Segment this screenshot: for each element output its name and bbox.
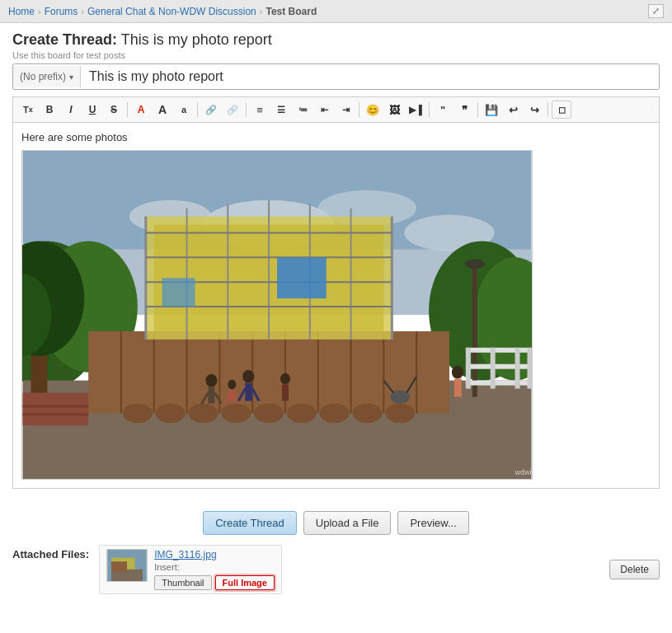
editor-area[interactable]: Here are some photos [12,122,660,489]
action-row: Create Thread Upload a File Preview... [0,501,672,545]
toolbar-image[interactable]: 🖼 [384,101,404,119]
page-subtitle: Use this board for test posts [12,50,660,60]
svg-rect-49 [472,265,477,396]
main-content: (No prefix) ▾ Tx B I U S A A a 🔗 🔗 ≡ ☰ ≔… [0,63,672,501]
svg-point-28 [320,403,350,423]
svg-point-26 [254,403,284,423]
attached-files-inner: IMG_3116.jpg Insert: Thumbnail Full Imag… [99,545,660,594]
attached-files-label: Attached Files: [12,545,89,560]
toolbar-decrease-indent[interactable]: ⇤ [314,101,334,119]
svg-rect-51 [466,348,532,353]
thread-title-row: (No prefix) ▾ [12,63,660,90]
file-attachment: IMG_3116.jpg Insert: Thumbnail Full Imag… [99,545,282,594]
delete-attachment-btn[interactable]: Delete [609,560,660,579]
svg-rect-79 [23,413,89,415]
file-info: IMG_3116.jpg Insert: Thumbnail Full Imag… [154,549,275,590]
toolbar-bullet-list[interactable]: ☰ [271,101,291,119]
toolbar-numbered-list[interactable]: ≔ [293,101,313,119]
svg-text:wdwinfo: wdwinfo [515,468,533,476]
toolbar-font-family[interactable]: a [174,101,194,119]
toolbar-quote[interactable]: " [433,101,453,119]
svg-rect-63 [228,390,235,402]
prefix-label: (No prefix) [20,71,66,82]
toolbar-strikethrough[interactable]: S [104,101,124,119]
file-insert-buttons: Thumbnail Full Image [154,575,275,590]
toolbar-unlink[interactable]: 🔗 [223,101,242,119]
prefix-dropdown-arrow: ▾ [69,73,73,82]
create-thread-button[interactable]: Create Thread [203,511,297,535]
svg-point-25 [221,403,251,423]
svg-point-27 [287,403,317,423]
editor-photo: wdwinfo [21,150,533,480]
svg-rect-67 [245,383,252,401]
attached-files-row: Attached Files: IMG_3116.jpg Insert: [12,545,660,594]
breadcrumb-test-board: Test Board [266,6,317,17]
toolbar-redo[interactable]: ↪ [524,101,544,119]
toolbar-sep-7 [547,102,548,117]
toolbar-media[interactable]: ▶▐ [406,101,425,119]
toolbar-sep-3 [246,102,247,117]
thumbnail-insert-btn[interactable]: Thumbnail [154,575,211,590]
breadcrumb-sep-1: › [38,7,41,16]
svg-point-66 [242,370,254,383]
svg-rect-73 [454,379,462,397]
toolbar-sep-4 [359,102,359,117]
svg-rect-52 [466,364,532,369]
toolbar-increase-indent[interactable]: ⇥ [336,101,355,119]
svg-rect-44 [277,257,327,298]
breadcrumb-home[interactable]: Home [8,6,35,17]
full-image-insert-btn[interactable]: Full Image [215,575,275,590]
attached-files-section: Attached Files: IMG_3116.jpg Insert: [0,545,672,607]
file-insert-label: Insert: [154,562,275,572]
svg-rect-57 [527,348,532,389]
svg-rect-54 [466,348,471,389]
editor-toolbar: Tx B I U S A A a 🔗 🔗 ≡ ☰ ≔ ⇤ ⇥ 😊 🖼 ▶▐ " … [12,96,660,122]
toolbar-font-size[interactable]: A [153,101,172,119]
svg-point-70 [280,373,290,385]
svg-point-22 [123,403,153,423]
toolbar-emoji[interactable]: 😊 [363,101,383,119]
svg-rect-77 [23,393,89,426]
toolbar-sep-6 [477,102,478,117]
toolbar-undo[interactable]: ↩ [503,101,523,119]
toolbar-save[interactable]: 💾 [482,101,501,119]
toolbar-remove-format[interactable]: Tx [18,101,38,119]
breadcrumb-forums[interactable]: Forums [45,6,78,17]
toolbar-bold[interactable]: B [40,101,59,119]
page-title-text: This is my photo report [121,31,272,48]
breadcrumb-sep-2: › [81,7,84,16]
svg-rect-55 [491,348,496,389]
toolbar-sep-1 [127,102,128,117]
svg-point-23 [156,403,186,423]
toolbar-align[interactable]: ≡ [250,101,270,119]
svg-point-58 [205,374,217,387]
editor-body-text: Here are some photos [21,131,651,143]
prefix-select[interactable]: (No prefix) ▾ [13,66,81,87]
toolbar-font-color[interactable]: A [131,101,151,119]
preview-button[interactable]: Preview... [397,511,468,535]
svg-point-29 [353,403,383,423]
svg-point-24 [189,403,219,423]
toolbar-source[interactable]: ◻ [552,101,571,119]
toolbar-italic[interactable]: I [61,101,81,119]
upload-file-button[interactable]: Upload a File [303,511,392,535]
page-title-prefix: Create Thread: [12,31,117,48]
toolbar-blockquote[interactable]: ❞ [454,101,474,119]
breadcrumb-expand-btn[interactable]: ⤢ [648,4,664,18]
thread-title-input[interactable] [81,64,659,89]
svg-point-30 [385,403,415,423]
svg-rect-53 [466,381,532,386]
page-wrapper: Home › Forums › General Chat & Non-WDW D… [0,0,672,633]
toolbar-sep-2 [197,102,198,117]
page-title-area: Create Thread: This is my photo report U… [0,23,672,63]
svg-rect-78 [23,405,89,407]
svg-rect-45 [162,278,195,307]
svg-rect-71 [282,385,289,401]
toolbar-underline[interactable]: U [82,101,102,119]
svg-point-50 [465,259,485,269]
file-name[interactable]: IMG_3116.jpg [154,549,275,560]
file-thumb [106,549,148,582]
breadcrumb-general-chat[interactable]: General Chat & Non-WDW Discussion [87,6,256,17]
toolbar-link[interactable]: 🔗 [201,101,221,119]
svg-rect-56 [515,348,520,389]
